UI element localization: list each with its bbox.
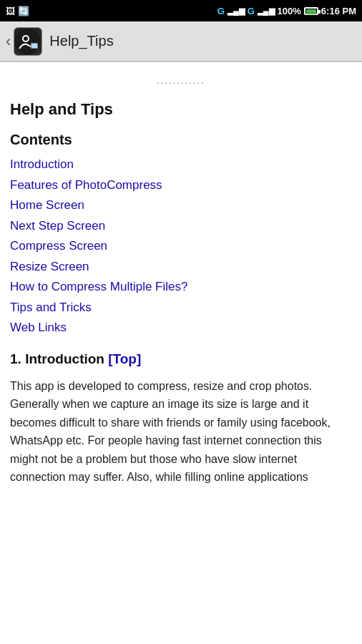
section-1-number: 1. xyxy=(10,351,21,366)
toc-link-multiple-files[interactable]: How to Compress Multiple Files? xyxy=(10,280,187,293)
status-left-icons: 🖼 🔄 xyxy=(6,6,29,16)
network2-label: G xyxy=(248,6,255,16)
toc-link-next-step[interactable]: Next Step Screen xyxy=(10,219,105,233)
photo-icon: 🖼 xyxy=(6,6,15,16)
svg-rect-4 xyxy=(31,44,37,48)
section-1-title: Introduction xyxy=(25,351,108,366)
section-1-body: This app is developed to compress, resiz… xyxy=(10,377,352,487)
app-icon xyxy=(14,27,42,56)
section-1-top-link[interactable]: [Top] xyxy=(108,351,141,366)
toc-item-multiple-files[interactable]: How to Compress Multiple Files? xyxy=(10,278,352,296)
toc-item-features[interactable]: Features of PhotoCompress xyxy=(10,176,352,195)
toc-item-web-links[interactable]: Web Links xyxy=(10,318,352,337)
toc-link-web-links[interactable]: Web Links xyxy=(10,321,67,334)
toc-item-tips[interactable]: Tips and Tricks xyxy=(10,298,352,317)
toc-item-next-step[interactable]: Next Step Screen xyxy=(10,217,352,235)
main-title: Help and Tips xyxy=(10,100,352,119)
back-arrow-icon: ‹ xyxy=(6,34,11,49)
title-bar: ‹ Help_Tips xyxy=(0,21,362,62)
content-area[interactable]: ............ Help and Tips Contents Intr… xyxy=(0,62,362,644)
signal-bars-2: ▂▄▆ xyxy=(258,6,275,16)
sync-icon: 🔄 xyxy=(18,6,29,16)
toc-link-features[interactable]: Features of PhotoCompress xyxy=(10,178,162,192)
contents-heading: Contents xyxy=(10,132,352,148)
network1-label: G xyxy=(217,6,225,16)
dots-decoration: ............ xyxy=(0,62,362,93)
toc-item-introduction[interactable]: Introduction xyxy=(10,155,352,174)
time-display: 6:16 PM xyxy=(321,6,356,16)
back-button[interactable]: ‹ xyxy=(6,34,11,49)
toc-item-resize-screen[interactable]: Resize Screen xyxy=(10,258,352,276)
svg-point-2 xyxy=(24,36,28,41)
toc-link-resize-screen[interactable]: Resize Screen xyxy=(10,260,89,273)
signal-bars-1: ▂▄▆ xyxy=(228,6,245,16)
battery-percent: 100% xyxy=(278,6,301,16)
toc-link-introduction[interactable]: Introduction xyxy=(10,157,74,171)
battery-icon xyxy=(304,7,318,15)
toc-item-compress-screen[interactable]: Compress Screen xyxy=(10,237,352,255)
section-1-heading: 1. Introduction [Top] xyxy=(10,351,352,367)
main-content: Help and Tips Contents Introduction Feat… xyxy=(0,93,362,639)
toc-list: Introduction Features of PhotoCompress H… xyxy=(10,155,352,337)
status-right: G ▂▄▆ G ▂▄▆ 100% 6:16 PM xyxy=(217,6,356,16)
toc-link-home-screen[interactable]: Home Screen xyxy=(10,198,84,212)
page-title: Help_Tips xyxy=(49,33,113,49)
toc-item-home-screen[interactable]: Home Screen xyxy=(10,196,352,215)
status-bar: 🖼 🔄 G ▂▄▆ G ▂▄▆ 100% 6:16 PM xyxy=(0,0,362,21)
toc-link-tips[interactable]: Tips and Tricks xyxy=(10,301,92,314)
toc-link-compress-screen[interactable]: Compress Screen xyxy=(10,239,107,253)
